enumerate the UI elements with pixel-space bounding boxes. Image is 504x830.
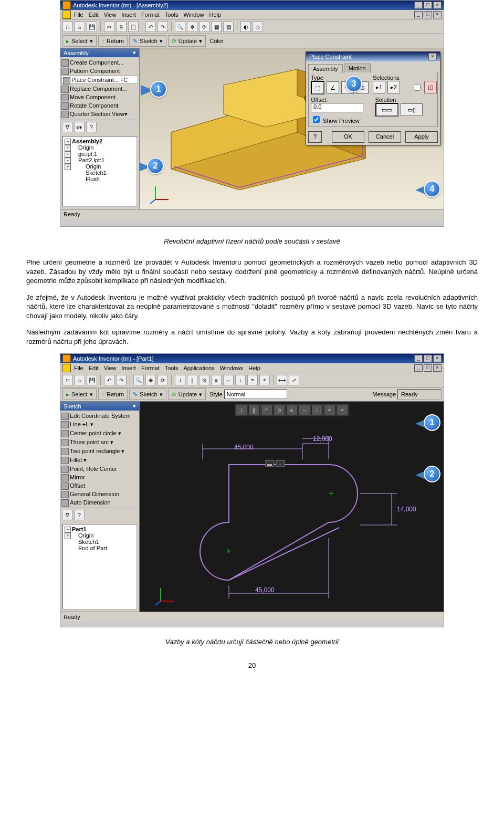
menu-help[interactable]: Help xyxy=(209,12,222,18)
3d-viewport[interactable]: Place Constraint × Assembly Motion Type xyxy=(140,48,444,209)
panel-header[interactable]: Assembly▾ xyxy=(60,48,139,57)
mdi-close-icon[interactable]: × xyxy=(433,364,442,372)
dialog-titlebar[interactable]: Place Constraint × xyxy=(306,52,440,61)
cmd-offset[interactable]: Offset xyxy=(60,481,139,490)
constraint-icon[interactable]: ∥ xyxy=(187,375,197,385)
zoom-icon[interactable]: 🔍 xyxy=(133,375,144,385)
filter-icon[interactable]: ∇ xyxy=(62,122,72,132)
menu-file[interactable]: File xyxy=(74,12,83,18)
menu-applications[interactable]: Applications xyxy=(183,365,214,371)
constraint-tool-icon[interactable]: ⊥ xyxy=(236,405,247,415)
menu-help[interactable]: Help xyxy=(248,365,260,371)
constraint-tool-icon[interactable]: ∥ xyxy=(248,405,260,415)
menu-view[interactable]: View xyxy=(104,365,117,371)
help-icon[interactable]: ? xyxy=(86,122,97,132)
dialog-close-icon[interactable]: × xyxy=(428,53,437,60)
constraint-icon[interactable]: = xyxy=(247,375,258,385)
constraint-tool-icon[interactable]: ◠ xyxy=(261,405,272,415)
minimize-icon[interactable]: _ xyxy=(414,355,423,362)
update-button[interactable]: ⟳Update▾ xyxy=(168,388,206,400)
tab-motion[interactable]: Motion xyxy=(344,64,371,72)
solution-mate-icon[interactable]: ▭▭ xyxy=(375,103,398,117)
select-2-button[interactable]: ▸2 xyxy=(387,81,400,93)
maximize-icon[interactable]: □ xyxy=(424,2,432,9)
sketch-viewport[interactable]: ⊥ ∥ ◠ ⊙ ≡ ↔ ↕ = ⌖ xyxy=(140,402,444,612)
tab-assembly[interactable]: Assembly xyxy=(308,64,343,73)
undo-icon[interactable]: ↶ xyxy=(104,375,114,385)
model-browser[interactable]: −Assembly2 +Origin +go.ipt:1 −Part2.ipt:… xyxy=(62,136,137,207)
sketch-button[interactable]: ✎Sketch▾ xyxy=(129,388,166,400)
minimize-icon[interactable]: _ xyxy=(414,2,423,9)
dim-icon[interactable]: ⤢ xyxy=(289,375,299,385)
constraint-tool-icon[interactable]: ≡ xyxy=(286,405,298,415)
menu-tools[interactable]: Tools xyxy=(165,365,178,371)
filter-icon[interactable]: ∇ xyxy=(62,510,72,520)
menu-window[interactable]: Window xyxy=(183,12,204,18)
menu-edit[interactable]: Edit xyxy=(89,12,99,18)
mdi-minimize-icon[interactable]: _ xyxy=(414,364,423,372)
constraint-tool-icon[interactable]: ↕ xyxy=(311,405,323,415)
cmd-move-component[interactable]: Move Component xyxy=(60,93,139,101)
constraint-icon[interactable]: ⊥ xyxy=(175,375,185,385)
constraint-tool-icon[interactable]: ⌖ xyxy=(337,405,348,415)
constraint-icon[interactable]: ≡ xyxy=(211,375,222,385)
menu-format[interactable]: Format xyxy=(141,12,160,18)
cmd-auto-dim[interactable]: Auto Dimension xyxy=(60,498,139,507)
help-icon[interactable]: ? xyxy=(74,510,85,520)
new-icon[interactable]: □ xyxy=(62,22,73,32)
cancel-button[interactable]: Cancel xyxy=(369,131,401,143)
wire-icon[interactable]: ◇ xyxy=(253,22,263,32)
cmd-fillet[interactable]: Fillet ▾ xyxy=(60,456,139,465)
select-button[interactable]: ▸Select▾ xyxy=(62,35,97,47)
copy-icon[interactable]: ⎘ xyxy=(116,22,127,32)
cmd-rotate-component[interactable]: Rotate Component xyxy=(60,101,139,110)
mdi-close-icon[interactable]: × xyxy=(433,11,442,18)
panel-header[interactable]: Sketch▾ xyxy=(60,402,139,411)
view2-icon[interactable]: ▤ xyxy=(223,22,234,32)
constraint-icon[interactable]: ↔ xyxy=(223,375,234,385)
cmd-rectangle[interactable]: Two point rectangle ▾ xyxy=(60,447,139,456)
return-button[interactable]: ↑Return xyxy=(98,388,128,400)
zoom-icon[interactable]: 🔍 xyxy=(175,22,185,32)
undo-icon[interactable]: ↶ xyxy=(145,22,156,32)
cmd-arc[interactable]: Three point arc ▾ xyxy=(60,438,139,447)
style-combo[interactable]: Normal xyxy=(224,390,287,399)
menu-insert[interactable]: Insert xyxy=(121,12,136,18)
maximize-icon[interactable]: □ xyxy=(424,355,432,362)
type-mate-icon[interactable]: ⬚ xyxy=(311,81,324,94)
constraint-tool-icon[interactable]: ↔ xyxy=(299,405,310,415)
select-button[interactable]: ▸Select▾ xyxy=(62,388,97,400)
cmd-edit-coord[interactable]: Edit Coordinate System xyxy=(60,412,139,420)
constraint-tool-icon[interactable]: = xyxy=(324,405,335,415)
select-1-button[interactable]: ▸1 xyxy=(373,81,385,93)
menu-format[interactable]: Format xyxy=(141,365,160,371)
ok-button[interactable]: OK xyxy=(332,131,364,143)
cmd-place-constraint[interactable]: Place Constraint... +C xyxy=(61,76,138,84)
open-icon[interactable]: ⌂ xyxy=(75,375,85,385)
cmd-mirror[interactable]: Mirror xyxy=(60,473,139,481)
solution-flush-icon[interactable]: ▭▯ xyxy=(401,103,423,116)
constraint-icon[interactable]: ↕ xyxy=(235,375,246,385)
menu-file[interactable]: File xyxy=(74,365,83,371)
open-icon[interactable]: ⌂ xyxy=(75,22,85,32)
cmd-replace-component[interactable]: Replace Component... xyxy=(60,85,139,93)
shade-icon[interactable]: ◐ xyxy=(240,22,251,32)
constraint-tool-icon[interactable]: ⊙ xyxy=(274,405,285,415)
pan-icon[interactable]: ✥ xyxy=(187,22,197,32)
model-browser[interactable]: −Part1 +Origin Sketch1 End of Part xyxy=(62,524,137,610)
menu-edit[interactable]: Edit xyxy=(89,365,99,371)
show-preview-checkbox[interactable] xyxy=(313,116,320,123)
mdi-minimize-icon[interactable]: _ xyxy=(414,11,423,18)
cmd-pattern-component[interactable]: Pattern Component xyxy=(60,67,139,75)
paste-icon[interactable]: 📋 xyxy=(128,22,139,32)
menu-insert[interactable]: Insert xyxy=(121,365,136,371)
save-icon[interactable]: 💾 xyxy=(87,22,97,32)
cmd-line[interactable]: Line +L ▾ xyxy=(60,420,139,429)
return-button[interactable]: ↑Return xyxy=(98,35,128,47)
redo-icon[interactable]: ↷ xyxy=(116,375,127,385)
orbit-icon[interactable]: ⟳ xyxy=(199,22,209,32)
type-angle-icon[interactable]: ∠ xyxy=(327,81,339,94)
new-icon[interactable]: □ xyxy=(62,375,73,385)
pan-icon[interactable]: ✥ xyxy=(145,375,156,385)
save-icon[interactable]: 💾 xyxy=(87,375,97,385)
